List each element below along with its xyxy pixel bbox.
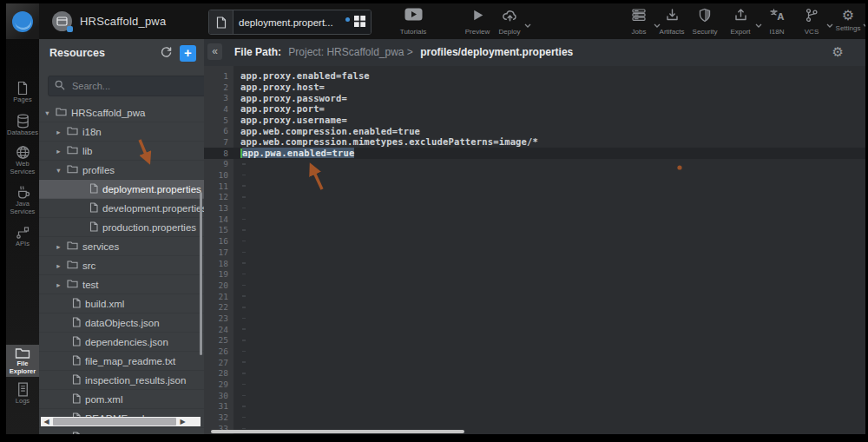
sidebar-item-logs[interactable]: Logs: [6, 380, 39, 407]
tree-item[interactable]: ▸lib: [39, 142, 204, 161]
code-line-4[interactable]: 4app.proxy.port=: [204, 103, 865, 115]
topbar-export-button[interactable]: Export: [720, 8, 760, 36]
tree-item[interactable]: file_map_readme.txt: [39, 352, 204, 371]
code-line-26[interactable]: 26: [204, 346, 865, 357]
tree-item[interactable]: development.properties: [39, 199, 204, 218]
caret-right-icon[interactable]: ▸: [55, 280, 62, 289]
code-line-25[interactable]: 25: [204, 335, 865, 346]
scroll-left-arrow[interactable]: ◀: [41, 417, 52, 426]
topbar-vcs-button[interactable]: VCS: [792, 8, 832, 36]
code-line-29[interactable]: 29: [204, 379, 865, 390]
unsaved-dot: [345, 17, 350, 22]
folder-icon: [56, 107, 67, 118]
code-line-13[interactable]: 13: [204, 202, 865, 214]
line-number: 1: [204, 71, 233, 81]
caret-down-icon[interactable]: ▾: [43, 109, 51, 117]
topbar-settings-button[interactable]: ⚙Settings: [828, 8, 865, 32]
line-number: 5: [204, 115, 233, 125]
code-line-5[interactable]: 5app.proxy.username=: [204, 115, 865, 126]
caret-right-icon[interactable]: ▸: [55, 261, 62, 270]
tree-item[interactable]: dataObjects.json: [39, 313, 204, 333]
caret-right-icon[interactable]: ▸: [55, 242, 62, 251]
collapse-panel-button[interactable]: «: [207, 43, 222, 60]
editor-horizontal-scrollbar[interactable]: [211, 430, 464, 433]
refresh-icon[interactable]: [160, 46, 173, 63]
scroll-right-arrow[interactable]: ▶: [177, 417, 188, 426]
search-box[interactable]: [48, 76, 204, 96]
topbar-security-button[interactable]: Security: [685, 8, 725, 36]
tree-item[interactable]: ▾profiles: [39, 161, 204, 180]
tree-item[interactable]: ▸services: [39, 237, 204, 256]
add-resource-button[interactable]: +: [180, 45, 196, 62]
code-line-18[interactable]: 18: [204, 258, 865, 269]
tab-switcher-grid-icon[interactable]: [354, 15, 365, 30]
file-tab[interactable]: deployment.propert...: [208, 10, 372, 35]
tree-item[interactable]: build.xml: [39, 294, 204, 313]
folder-icon: [67, 241, 78, 252]
caret-right-icon[interactable]: ▸: [55, 128, 62, 136]
wavemaker-logo[interactable]: [6, 3, 39, 39]
play-icon: [470, 8, 485, 23]
code-line-21[interactable]: 21: [204, 291, 865, 302]
code-line-7[interactable]: 7app.web.compression.mimetypes.excludePa…: [204, 136, 865, 148]
code-line-31[interactable]: 31: [204, 401, 865, 412]
code-line-23[interactable]: 23: [204, 313, 865, 324]
tree-item[interactable]: deployment.properties: [39, 180, 204, 199]
code-line-16[interactable]: 16: [204, 235, 865, 247]
tree-item[interactable]: ▸src: [39, 256, 204, 275]
code-line-11[interactable]: 11: [204, 181, 865, 192]
code-line-8[interactable]: 8app.pwa.enabled=true: [204, 148, 865, 159]
sidebar-item-databases[interactable]: Databases: [6, 112, 39, 139]
tree-item[interactable]: ▸i18n: [39, 122, 204, 142]
code-text: app.web.compression.enabled=true: [233, 126, 420, 136]
code-line-24[interactable]: 24: [204, 324, 865, 335]
code-line-28[interactable]: 28: [204, 368, 865, 379]
caret-right-icon[interactable]: ▸: [55, 147, 62, 155]
scroll-thumb[interactable]: [53, 418, 176, 426]
code-line-32[interactable]: 32: [204, 412, 865, 423]
search-icon: [55, 78, 65, 94]
tree-item[interactable]: production.properties: [39, 218, 204, 237]
caret-down-icon[interactable]: ▾: [55, 166, 62, 175]
tree-item[interactable]: dependencies.json: [39, 333, 204, 352]
code-text: app.proxy.username=: [233, 115, 347, 125]
code-line-1[interactable]: 1app.proxy.enabled=false: [204, 70, 865, 82]
tree-item[interactable]: ▾HRScaffold_pwa: [39, 103, 204, 122]
tree-horizontal-scrollbar[interactable]: ◀ ▶: [41, 417, 201, 426]
file-page-icon[interactable]: [209, 10, 233, 34]
code-line-19[interactable]: 19: [204, 268, 865, 280]
code-line-12[interactable]: 12: [204, 192, 865, 203]
tutorials-button[interactable]: Tutorials: [393, 8, 433, 36]
tree-vertical-scrollbar[interactable]: [200, 192, 202, 355]
tree-item[interactable]: inspection_results.json: [39, 371, 204, 390]
sidebar-item-web-services[interactable]: Web Services: [6, 143, 39, 177]
code-line-2[interactable]: 2app.proxy.host=: [204, 82, 865, 93]
code-editor[interactable]: 1app.proxy.enabled=false2app.proxy.host=…: [204, 66, 865, 434]
tree-item[interactable]: ▸test: [39, 275, 204, 294]
code-line-17[interactable]: 17: [204, 247, 865, 258]
sidebar-item-pages[interactable]: Pages: [6, 79, 39, 106]
search-input[interactable]: [70, 80, 178, 92]
code-line-30[interactable]: 30: [204, 390, 865, 401]
tree-item[interactable]: ui-build.js: [39, 428, 204, 434]
tree-item-label: i18n: [82, 127, 102, 137]
file-icon: [89, 183, 98, 195]
editor-settings-gear-icon[interactable]: ⚙: [832, 44, 844, 60]
topbar-deploy-button[interactable]: Deploy: [490, 8, 529, 36]
code-line-14[interactable]: 14: [204, 214, 865, 225]
code-line-3[interactable]: 3app.proxy.password=: [204, 92, 865, 103]
tree-item[interactable]: pom.xml: [39, 390, 204, 409]
sidebar-item-apis[interactable]: APIs: [6, 224, 39, 250]
sidebar-item-file-explorer[interactable]: File Explorer: [6, 345, 39, 377]
code-line-22[interactable]: 22: [204, 301, 865, 313]
code-line-9[interactable]: 9: [204, 159, 865, 170]
code-line-15[interactable]: 15: [204, 225, 865, 236]
code-line-20[interactable]: 20: [204, 280, 865, 291]
code-line-6[interactable]: 6app.web.compression.enabled=true: [204, 125, 865, 136]
code-line-27[interactable]: 27: [204, 357, 865, 368]
sidebar-item-java-services[interactable]: Java Services: [6, 183, 39, 217]
line-number: 4: [204, 104, 233, 114]
tree-item-label: build.xml: [85, 299, 124, 309]
code-line-10[interactable]: 10: [204, 169, 865, 181]
project-chip[interactable]: HRScaffold_pwa: [52, 3, 166, 39]
